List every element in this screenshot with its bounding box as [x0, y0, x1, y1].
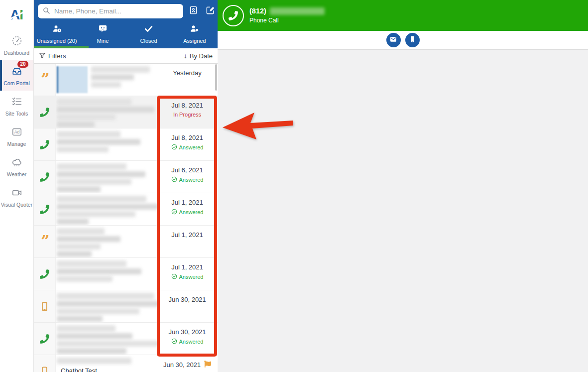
tab-label: Assigned	[183, 38, 206, 44]
sidebar-item-weather[interactable]: Weather	[0, 151, 33, 182]
compose-icon	[206, 5, 215, 17]
search-icon	[42, 6, 50, 16]
conversation-row[interactable]: Chatbot TestJun 30, 2021	[34, 355, 218, 372]
search-box	[38, 4, 183, 18]
redacted-preview	[57, 228, 120, 257]
conversation-date: Jul 8, 2021	[157, 134, 218, 141]
tab-label: Mine	[97, 38, 109, 44]
call-info: (812) Phone Call	[249, 7, 325, 24]
check-icon	[144, 24, 153, 35]
conversation-preview	[56, 128, 157, 160]
conversation-meta: Jul 8, 2021Answered	[157, 128, 218, 160]
funnel-icon	[39, 52, 46, 60]
call-banner: (812) Phone Call	[218, 0, 588, 31]
active-tab-indicator	[34, 46, 89, 48]
sidebar-item-label: Dashboard	[4, 50, 29, 56]
logo-letter-i: I	[19, 7, 23, 23]
tab-unassigned[interactable]: Unassigned (20)	[34, 21, 80, 47]
sidebar: AI Dashboard20Com PortalSite ToolsAdMana…	[0, 0, 34, 372]
phone-channel-icon	[34, 96, 56, 128]
smartphone-icon	[409, 35, 416, 45]
phone-channel-icon	[34, 193, 56, 225]
check-circle-icon	[171, 273, 177, 280]
sidebar-item-dashboard[interactable]: Dashboard	[0, 30, 33, 60]
conversation-date: Jun 30, 2021	[157, 361, 218, 369]
conversation-meta: Jun 30, 2021	[157, 290, 218, 322]
conversation-preview	[56, 258, 157, 290]
check-circle-icon	[171, 144, 177, 151]
conversation-row[interactable]: Jun 30, 2021	[34, 290, 218, 323]
status-label: Answered	[179, 209, 204, 215]
conversation-row[interactable]: Jul 8, 2021Answered	[34, 128, 218, 161]
conversation-meta: Jul 1, 2021Answered	[157, 193, 218, 225]
phone-call-icon	[223, 5, 244, 26]
redacted-preview	[57, 163, 145, 193]
scrollbar-thumb[interactable]	[215, 64, 217, 91]
phone-channel-icon	[34, 258, 56, 290]
tab-mine[interactable]: Mine	[80, 21, 125, 47]
redacted-preview	[57, 260, 141, 290]
check-circle-icon	[171, 176, 177, 183]
conversation-status: Answered	[157, 338, 218, 345]
caller-number: (812)	[249, 7, 266, 15]
compose-button[interactable]	[204, 4, 217, 18]
chat-bubble-icon	[98, 24, 108, 35]
filters-label: Filters	[48, 52, 66, 60]
contacts-button[interactable]	[187, 4, 200, 18]
redacted-preview: Chatbot Test	[57, 358, 131, 372]
tab-assigned[interactable]: Assigned	[172, 21, 218, 47]
conversation-row[interactable]: Jul 1, 2021Answered	[34, 193, 218, 226]
gauge-icon	[11, 35, 22, 47]
sort-by-date-button[interactable]: ↓ By Date	[184, 52, 213, 60]
quote-channel-icon: ”	[34, 64, 56, 96]
search-input[interactable]	[53, 7, 179, 15]
tab-label: Unassigned (20)	[37, 38, 77, 44]
conversation-row[interactable]: ”Yesterday	[34, 64, 218, 96]
checklist-icon	[11, 96, 22, 108]
redacted-preview	[57, 131, 140, 160]
conversation-status: Answered	[157, 176, 218, 183]
sidebar-item-label: Weather	[7, 171, 27, 177]
status-label: Answered	[179, 274, 204, 280]
conversation-name: Chatbot Test	[57, 367, 131, 372]
envelope-icon	[389, 35, 397, 45]
conversation-meta: Jun 30, 2021Answered	[157, 323, 218, 355]
sidebar-item-visual-quoter[interactable]: Visual Quoter	[0, 182, 33, 212]
conversation-preview	[56, 226, 157, 257]
call-type-label: Phone Call	[249, 17, 325, 24]
conversation-preview: Chatbot Test	[56, 355, 157, 372]
conversation-status: Answered	[157, 209, 218, 216]
sidebar-nav: Dashboard20Com PortalSite ToolsAdManageW…	[0, 30, 33, 212]
conversation-row[interactable]: Jun 30, 2021Answered	[34, 323, 218, 355]
tab-closed[interactable]: Closed	[126, 21, 172, 47]
conversation-row[interactable]: Jul 1, 2021Answered	[34, 258, 218, 290]
conversation-date: Jun 30, 2021	[157, 296, 218, 303]
unread-count-badge: 20	[17, 61, 28, 68]
conversation-meta: Yesterday	[157, 64, 218, 96]
mobile-channel-icon	[34, 290, 56, 322]
conversation-row[interactable]: ”Jul 1, 2021	[34, 226, 218, 258]
mobile-action-button[interactable]	[405, 33, 420, 47]
conversation-preview	[56, 323, 157, 355]
check-circle-icon	[171, 209, 177, 216]
inbox-icon: 20	[11, 65, 22, 77]
conversation-date: Jul 1, 2021	[157, 231, 218, 239]
sidebar-item-site-tools[interactable]: Site Tools	[0, 91, 33, 121]
sidebar-item-com-portal[interactable]: 20Com Portal	[0, 60, 33, 91]
filters-button[interactable]: Filters	[39, 52, 66, 60]
video-icon	[11, 187, 22, 199]
conversation-preview	[56, 290, 157, 322]
sidebar-item-manage[interactable]: AdManage	[0, 121, 33, 151]
email-action-button[interactable]	[386, 33, 401, 47]
sidebar-item-label: Site Tools	[5, 111, 28, 117]
phone-channel-icon	[34, 128, 56, 160]
phone-channel-icon	[34, 161, 56, 193]
sidebar-item-label: Manage	[7, 141, 26, 147]
conversation-list: ”YesterdayJul 8, 2021In ProgressJul 8, 2…	[34, 64, 218, 372]
conversation-row[interactable]: Jul 8, 2021In Progress	[34, 96, 218, 128]
svg-text:Ad: Ad	[14, 129, 19, 134]
app-logo[interactable]: AI	[0, 0, 33, 30]
contact-card-icon	[189, 5, 198, 17]
conversation-row[interactable]: Jul 6, 2021Answered	[34, 161, 218, 193]
conversation-date: Jun 30, 2021	[157, 328, 218, 336]
